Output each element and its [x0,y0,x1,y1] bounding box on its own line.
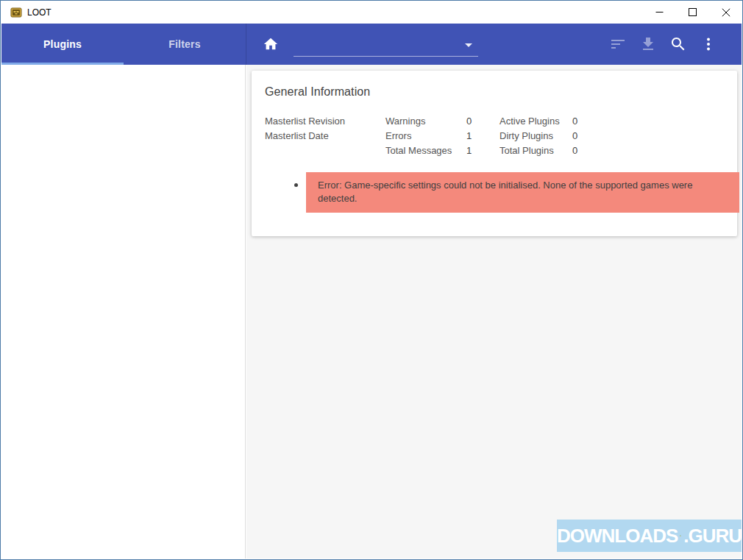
card-title: General Information [265,85,726,99]
caret-down-icon [465,43,472,47]
home-icon [263,36,279,52]
stat-label: Total Messages [385,143,466,158]
tab-filters[interactable]: Filters [124,24,246,65]
stat-label: Masterlist Date [265,129,385,143]
stat-label: Total Plugins [500,143,572,158]
general-information-card: General Information Masterlist Revision … [252,71,737,236]
download-icon [639,35,657,53]
game-select-dropdown[interactable] [294,32,478,57]
stat-label: Errors [385,129,466,143]
maximize-button[interactable] [676,1,709,24]
close-icon [722,8,730,17]
downloads-guru-watermark: DOWNLOADS .GURU [557,520,742,552]
error-message: Error: Game-specific settings could not … [306,172,739,213]
download-plant-icon [680,524,681,547]
stat-value: 1 [466,129,500,143]
title-bar: LOOT [1,1,742,24]
sort-plugins-button[interactable] [609,35,627,53]
toolbar-actions [609,35,717,53]
app-icon [10,7,22,18]
minimize-button[interactable] [643,1,676,24]
caption-buttons [643,1,742,24]
plugin-list-sidebar [1,65,246,559]
stat-label: Active Plugins [500,114,572,129]
stat-label-empty [265,143,385,158]
search-icon [669,35,687,53]
message-list: Error: Game-specific settings could not … [265,172,726,213]
watermark-text-right: .GURU [683,525,742,547]
vertical-dots-icon [700,35,717,53]
window-title: LOOT [27,7,51,18]
stat-value: 0 [572,114,726,129]
sort-icon [609,35,627,53]
toolbar: Plugins Filters [1,24,742,65]
message-list-item: Error: Game-specific settings could not … [306,172,726,213]
stat-label: Masterlist Revision [265,114,385,129]
stat-value: 0 [572,143,726,158]
maximize-icon [689,8,697,16]
minimize-icon [655,8,664,16]
stat-value: 0 [466,114,500,129]
watermark-text-left: DOWNLOADS [557,525,678,547]
stat-value: 0 [572,129,726,143]
home-button[interactable] [262,35,280,53]
update-masterlist-button[interactable] [639,35,657,53]
main-menu-button[interactable] [700,35,717,53]
stat-label: Dirty Plugins [500,129,572,143]
stat-value: 1 [466,143,500,158]
main-content: General Information Masterlist Revision … [246,65,742,559]
app-window: LOOT Plugins Filters [0,0,743,560]
stat-label: Warnings [385,114,466,129]
search-button[interactable] [669,35,687,53]
summary-stats: Masterlist Revision Warnings 0 Active Pl… [265,114,726,158]
tab-plugins[interactable]: Plugins [1,24,124,65]
close-button[interactable] [709,1,742,24]
tab-bar: Plugins Filters [1,24,246,65]
toolbar-main [246,24,742,65]
